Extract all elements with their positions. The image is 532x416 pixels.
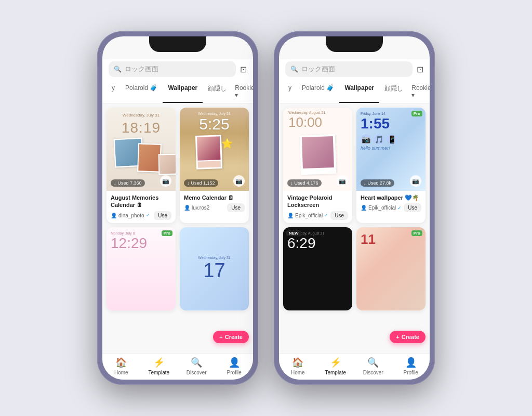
use-icon-v: ↓ xyxy=(290,180,293,186)
card-august-author-row: 👤 dina_photo ✓ Use xyxy=(111,211,171,220)
tab-rookie-right[interactable]: Rookie ▾ xyxy=(408,80,430,103)
notch-right xyxy=(326,36,383,52)
bottom-nav-right: 🏠 Home ⚡ Template 🔍 Discover 👤 Profile xyxy=(279,353,430,380)
use-button-august[interactable]: Use xyxy=(154,211,171,220)
profile-icon-right: 👤 xyxy=(405,357,417,368)
nav-profile-right[interactable]: 👤 Profile xyxy=(392,357,430,375)
nav-discover-right[interactable]: 🔍 Discover xyxy=(354,357,392,375)
card-pro-date: Monday, July 8 xyxy=(111,231,135,235)
card-blue-time: 17 xyxy=(203,259,225,282)
expand-icon-right[interactable]: ⊡ xyxy=(417,64,423,74)
vintage-author-row: 👤 Epik_official ✓ Use xyxy=(287,211,348,220)
nav-home-right[interactable]: 🏠 Home xyxy=(279,357,317,375)
search-text-right: ロック画面 xyxy=(301,64,335,74)
card-amusement[interactable]: 11 Pro xyxy=(356,227,425,310)
phone-right: 🔍 ロック画面 ⊡ y Polaroid 🧳 Wallpaper 顔隠し Roo… xyxy=(274,31,435,385)
use-icon-h: ↓ xyxy=(364,180,366,186)
home-icon-right: 🏠 xyxy=(292,357,303,368)
used-badge-august: ↓ Used 7,360 xyxy=(111,179,145,187)
heart-icon-1: 📷 xyxy=(361,134,371,145)
card-heart[interactable]: Friday, June 14 1:55 📷 🎵 📱 hello summer!… xyxy=(356,108,425,223)
pro-badge-heart: Pro xyxy=(411,111,422,116)
tab-wallpaper-right[interactable]: Wallpaper xyxy=(339,80,379,103)
search-box-left[interactable]: 🔍 ロック画面 xyxy=(109,61,236,77)
nav-discover-left[interactable]: 🔍 Discover xyxy=(178,357,216,375)
tab-polaroid-left[interactable]: Polaroid 🧳 xyxy=(120,80,163,103)
card-august-info: August Memories Calendar 🗓 👤 dina_photo … xyxy=(107,191,176,223)
screen-left: 🔍 ロック画面 ⊡ y Polaroid 🧳 Wallpaper 顔隠し Roo… xyxy=(102,36,253,380)
camera-icon-vintage[interactable]: 📷 xyxy=(337,175,348,187)
template-icon-right: ⚡ xyxy=(330,357,341,368)
card-vintage-info: Vintage Polaroid Lockscreen 👤 Epik_offic… xyxy=(283,191,352,223)
card-vintage-img: Wednesday, August 21 10:00 ↓ Used 4,176 … xyxy=(283,108,352,191)
card-august-time: 18:19 xyxy=(122,120,161,136)
card-memo[interactable]: Wednesday, July 31 5:25 ⭐ xyxy=(180,108,249,223)
tab-rookie-left[interactable]: Rookie ▾ xyxy=(232,80,253,103)
hello-summer: hello summer! xyxy=(361,146,390,151)
camera-icon-heart[interactable]: 📷 xyxy=(410,175,421,187)
card-pro-pink[interactable]: Monday, July 8 12:29 Pro xyxy=(107,227,176,310)
search-box-right[interactable]: 🔍 ロック画面 xyxy=(285,61,413,77)
tab-wallpaper-left[interactable]: Wallpaper xyxy=(163,80,203,103)
use-icon-memo: ↓ xyxy=(187,180,190,186)
card-memo-date: Wednesday, July 31 xyxy=(198,112,230,115)
discover-icon-left: 🔍 xyxy=(191,357,202,368)
search-bar-left: 🔍 ロック画面 ⊡ xyxy=(102,59,253,80)
camera-icon-august[interactable]: 📷 xyxy=(160,175,171,187)
vintage-date: Wednesday, August 21 xyxy=(286,111,325,114)
card-august[interactable]: Wednesday, July 31 18:19 ↓ Used 7,360 xyxy=(107,108,176,223)
use-count-heart: Used 27.8k xyxy=(368,180,392,186)
card-blue-partial[interactable]: Wednesday, July 31 17 xyxy=(180,227,249,310)
create-label-left: Create xyxy=(225,334,243,340)
card-blue-date: Wednesday, July 31 xyxy=(198,256,230,259)
create-button-left[interactable]: + Create xyxy=(213,331,249,343)
create-plus-right: + xyxy=(396,334,399,340)
search-icon-left: 🔍 xyxy=(114,66,122,73)
nav-discover-label-left: Discover xyxy=(187,370,207,375)
nav-home-label-left: Home xyxy=(114,370,128,375)
card-memo-author-row: 👤 luv.ros2 Use xyxy=(184,203,245,212)
tabs-left: y Polaroid 🧳 Wallpaper 顔隠し Rookie ▾ xyxy=(102,80,253,103)
phone-right-inner: 🔍 ロック画面 ⊡ y Polaroid 🧳 Wallpaper 顔隠し Roo… xyxy=(279,36,430,380)
nav-profile-left[interactable]: 👤 Profile xyxy=(216,357,254,375)
use-count-memo: Used 1,152 xyxy=(191,180,215,186)
tab-kao-left[interactable]: 顔隠し xyxy=(203,80,232,103)
use-button-vintage[interactable]: Use xyxy=(330,211,348,220)
photo-f3 xyxy=(158,154,176,175)
tab-y-left[interactable]: y xyxy=(107,80,120,103)
card-heart-info: Heart wallpaper 💙🌴 👤 Epik_official ✓ Use xyxy=(356,191,425,215)
star-decor: ⭐ xyxy=(221,138,233,149)
nav-profile-label-left: Profile xyxy=(227,370,242,375)
card-pro-pink-img: Monday, July 8 12:29 Pro xyxy=(107,227,176,310)
expand-icon-left[interactable]: ⊡ xyxy=(240,64,247,74)
author-epik2: 👤 Epik_official ✓ xyxy=(361,205,402,211)
author-luv: 👤 luv.ros2 xyxy=(184,205,209,211)
vintage-polaroid xyxy=(299,134,336,175)
nav-home-left[interactable]: 🏠 Home xyxy=(102,357,140,375)
heart-icon-3: 📱 xyxy=(387,134,397,145)
heart-date: Friday, June 14 xyxy=(361,112,385,115)
author-avatar-dina: 👤 xyxy=(111,213,117,218)
create-button-right[interactable]: + Create xyxy=(390,331,425,343)
use-button-memo[interactable]: Use xyxy=(227,203,245,212)
search-bar-right: 🔍 ロック画面 ⊡ xyxy=(279,59,430,80)
author-epik1: 👤 Epik_official ✓ xyxy=(287,213,328,218)
card-vintage[interactable]: Wednesday, August 21 10:00 ↓ Used 4,176 … xyxy=(283,108,352,223)
nav-template-right[interactable]: ⚡ Template xyxy=(317,357,355,375)
use-button-heart[interactable]: Use xyxy=(404,203,421,212)
card-dark-new[interactable]: Wednesday, August 21 6:29 NEW xyxy=(283,227,352,310)
tab-y-right[interactable]: y xyxy=(283,80,297,103)
nav-template-left[interactable]: ⚡ Template xyxy=(140,357,178,375)
phone-left: 🔍 ロック画面 ⊡ y Polaroid 🧳 Wallpaper 顔隠し Roo… xyxy=(97,31,258,385)
card-amusement-img: 11 Pro xyxy=(356,227,425,310)
camera-icon-memo[interactable]: 📷 xyxy=(233,175,245,187)
heart-author-row: 👤 Epik_official ✓ Use xyxy=(361,203,421,212)
card-memo-img: Wednesday, July 31 5:25 ⭐ xyxy=(180,108,249,191)
card-memo-title: Memo Calendar 🗓 xyxy=(184,194,245,201)
author-dina: 👤 dina_photo ✓ xyxy=(111,213,150,218)
tab-kao-right[interactable]: 顔隠し xyxy=(379,80,408,103)
bottom-nav-left: 🏠 Home ⚡ Template 🔍 Discover 👤 Profile xyxy=(102,353,253,380)
tab-polaroid-right[interactable]: Polaroid 🧳 xyxy=(297,80,339,103)
pro-badge-amusement: Pro xyxy=(411,230,422,236)
search-text-left: ロック画面 xyxy=(125,64,158,74)
